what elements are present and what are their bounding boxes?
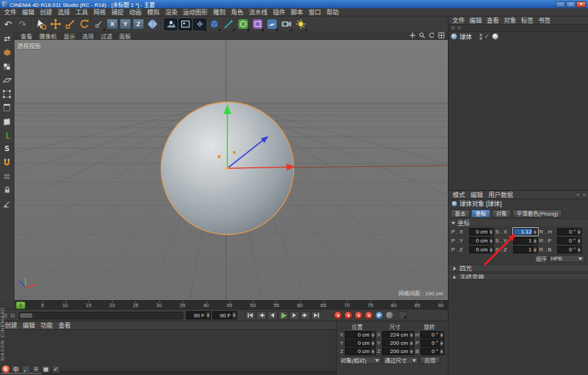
lock-icon[interactable] <box>582 192 587 197</box>
scale-field[interactable]: 1 <box>513 246 538 253</box>
spinner[interactable] <box>576 238 581 244</box>
rotate-view-icon[interactable] <box>428 32 436 39</box>
spinner[interactable] <box>532 238 537 244</box>
timeline-option-icon[interactable] <box>10 312 16 319</box>
enable-snap-button[interactable] <box>1 156 14 169</box>
menu-item[interactable]: 插件 <box>270 8 288 16</box>
tab-phong[interactable]: 平滑着色(Phong) <box>512 209 562 218</box>
spinner[interactable] <box>439 340 444 346</box>
polygons-mode-button[interactable] <box>1 115 14 128</box>
model-mode-button[interactable] <box>1 46 14 59</box>
close-button[interactable]: ✕ <box>576 1 586 8</box>
timeline-ruler[interactable]: 051015202530354045505560657075808590 0 <box>14 300 448 309</box>
add-generator-button[interactable] <box>236 17 250 32</box>
next-frame-button[interactable] <box>289 311 299 320</box>
filter-icon[interactable] <box>451 25 455 30</box>
rotation-field[interactable]: 0 ° <box>557 246 582 253</box>
menu-item[interactable]: 模拟 <box>144 8 162 16</box>
spinner[interactable] <box>205 312 210 319</box>
menu-item[interactable]: 捕捉 <box>109 8 126 16</box>
camera-label[interactable]: 透视视图 <box>17 41 41 49</box>
enable-axis-button[interactable] <box>1 128 14 141</box>
plane-handle[interactable] <box>233 151 236 154</box>
x-axis-lock-button[interactable]: X <box>106 19 118 30</box>
scale-field[interactable]: 1 <box>513 237 538 245</box>
spinner[interactable] <box>370 332 375 338</box>
spinner[interactable] <box>488 238 493 244</box>
viewport-canvas[interactable]: 网格间距 : 100 cm 透视视图 <box>14 40 448 300</box>
make-editable-button[interactable]: ⇄ <box>1 32 14 45</box>
viewport-menu-item[interactable]: 过滤 <box>98 32 116 40</box>
menu-item[interactable]: 角色 <box>228 8 246 16</box>
menu-item[interactable]: 渲染 <box>162 8 180 16</box>
enable-check-icon[interactable]: ✓ <box>484 33 490 40</box>
undo-button[interactable]: ↶ <box>1 17 15 32</box>
spinner[interactable] <box>409 348 414 354</box>
position-field[interactable]: 0 cm <box>469 228 494 236</box>
search-icon[interactable] <box>457 25 462 30</box>
attribute-menu-item[interactable]: 编辑 <box>468 190 486 199</box>
add-environment-button[interactable] <box>264 17 279 32</box>
locked-workplane-button[interactable] <box>1 183 14 196</box>
redo-button[interactable]: ↷ <box>15 17 30 32</box>
menu-item[interactable]: 工具 <box>73 8 91 16</box>
z-axis-lock-button[interactable]: Z <box>133 19 144 30</box>
viewport-menu-item[interactable]: 面板 <box>116 32 135 40</box>
visibility-dots[interactable] <box>479 34 482 40</box>
spinner[interactable] <box>576 247 581 253</box>
range-handle[interactable] <box>20 313 32 318</box>
points-mode-button[interactable] <box>1 87 14 100</box>
object-manager-menu-item[interactable]: 标签 <box>519 16 536 25</box>
toggle-view-icon[interactable] <box>438 32 445 39</box>
viewport-menu-item[interactable]: 选项 <box>79 32 98 40</box>
record-keyframe-button[interactable] <box>334 311 342 319</box>
frame-end-field[interactable]: 90 F <box>212 311 237 319</box>
goto-end-button[interactable] <box>311 311 321 320</box>
prev-frame-button[interactable] <box>267 311 278 320</box>
object-manager-menu-item[interactable]: 编辑 <box>467 16 484 25</box>
add-camera-button[interactable] <box>279 17 293 32</box>
record-rotation-toggle[interactable] <box>365 311 373 319</box>
spinner[interactable] <box>532 229 537 235</box>
timeline-playhead[interactable]: 0 <box>16 302 25 309</box>
add-light-button[interactable] <box>293 17 308 32</box>
play-button[interactable] <box>278 311 289 320</box>
spinner[interactable] <box>488 229 493 235</box>
size-mode-dropdown[interactable]: 通过尺寸 <box>383 356 418 364</box>
position-field[interactable]: 0 cm <box>345 339 376 347</box>
ime-logo-icon[interactable]: S <box>2 365 10 373</box>
viewport-solo-button[interactable]: S <box>1 142 14 155</box>
move-tool-button[interactable] <box>48 17 63 32</box>
spinner[interactable] <box>370 348 375 354</box>
plane-handle[interactable] <box>218 155 220 158</box>
object-manager-menu-item[interactable]: 文件 <box>450 16 467 25</box>
spinner[interactable] <box>488 247 493 253</box>
menu-item[interactable]: 脚本 <box>288 8 306 16</box>
rotation-field[interactable]: 0 ° <box>420 339 444 347</box>
coordinates-section-header[interactable]: 坐标 <box>449 218 588 226</box>
menu-item[interactable]: 雕刻 <box>210 8 228 16</box>
add-spline-button[interactable] <box>221 17 236 32</box>
rotation-field[interactable]: 0 ° <box>557 237 582 245</box>
size-field[interactable]: 200 cm <box>382 339 414 347</box>
zoom-view-icon[interactable] <box>418 32 426 39</box>
position-field[interactable]: 0 cm <box>469 237 494 245</box>
add-deformer-button[interactable] <box>250 17 264 32</box>
viewport-menu-item[interactable]: 摄像机 <box>36 32 60 40</box>
coordinate-mode-dropdown[interactable]: 对象(相对) <box>339 356 381 364</box>
material-menu-item[interactable]: 查看 <box>56 321 74 330</box>
last-tool-button[interactable] <box>91 17 106 32</box>
scale-tool-button[interactable] <box>63 17 77 32</box>
spinner[interactable] <box>409 340 414 346</box>
ime-toolbar-icon[interactable]: ， <box>22 365 30 373</box>
workplane-mode-button[interactable] <box>1 73 14 87</box>
live-selection-button[interactable] <box>34 17 48 32</box>
object-tree[interactable]: 球体 ✓ <box>449 32 588 190</box>
rotation-field[interactable]: 0 ° <box>420 331 444 339</box>
attribute-menu-item[interactable]: 用户数据 <box>486 190 516 199</box>
menu-item[interactable]: 运动图形 <box>180 8 210 16</box>
size-field[interactable]: 200 cm <box>382 348 414 355</box>
rotation-field[interactable]: 0 ° <box>557 228 582 236</box>
spinner[interactable] <box>439 348 444 354</box>
prev-key-button[interactable] <box>256 311 267 320</box>
